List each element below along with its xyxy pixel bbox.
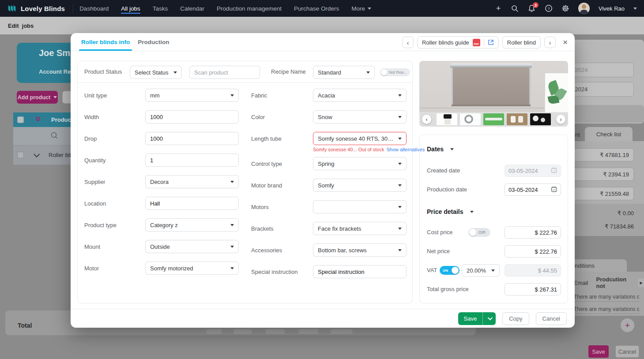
thumbnail-remote[interactable]	[437, 113, 457, 125]
cost-price-field[interactable]: $ 222.76	[505, 226, 561, 239]
background-date-input[interactable]: 9-2024	[565, 82, 634, 97]
user-menu-chevron-icon[interactable]	[633, 7, 637, 10]
nav-item-tasks[interactable]: Tasks	[153, 4, 168, 14]
user-avatar[interactable]	[578, 3, 590, 14]
notes-tab-production[interactable]: Prodcution not	[596, 276, 629, 289]
background-tab-payment-cut[interactable]: nt	[575, 131, 580, 138]
breadcrumb-section[interactable]: Edit	[8, 22, 19, 29]
background-save-button[interactable]: Save	[588, 345, 609, 358]
thumbnail-cable[interactable]	[460, 113, 481, 125]
net-price-field[interactable]: $ 222.76	[505, 245, 561, 258]
notes-tab-email[interactable]: Email	[574, 280, 588, 286]
help-icon[interactable]: ?	[545, 4, 553, 12]
field-label: Brackets	[251, 225, 313, 232]
thumbnail-parts[interactable]	[530, 113, 551, 125]
carousel-prev-button[interactable]: ‹	[422, 115, 431, 124]
select-all-checkbox[interactable]	[17, 116, 24, 123]
field-motors: Motors	[245, 200, 413, 213]
thumb-detail	[464, 115, 473, 123]
carousel-next-button[interactable]: ›	[556, 115, 565, 124]
cancel-button[interactable]: Cancel	[536, 312, 567, 325]
product-form-panel: Product Status Select Status Recipe Name…	[77, 61, 413, 303]
supplier-select[interactable]: Decora	[145, 175, 239, 188]
expand-all-icon[interactable]	[34, 116, 41, 124]
notifications-bell-icon[interactable]: 3	[528, 4, 536, 12]
production-date-field[interactable]: 03-05-2024	[505, 183, 561, 196]
close-icon[interactable]: ×	[563, 38, 568, 46]
thumbnail-brackets[interactable]	[507, 113, 527, 125]
column-search-icon[interactable]	[50, 131, 58, 141]
motors-select[interactable]	[313, 200, 407, 213]
recipe-name-select[interactable]: Standard	[313, 66, 375, 79]
total-gross-price-field[interactable]: $ 267.31	[505, 283, 561, 295]
save-split-button[interactable]: Save	[458, 312, 496, 325]
product-column-header[interactable]: Product	[51, 116, 73, 123]
add-product-button[interactable]: Add product	[17, 91, 58, 104]
add-icon[interactable]: +	[494, 4, 502, 12]
copy-button[interactable]: Copy	[502, 312, 529, 325]
tab-roller-blinds-info[interactable]: Roller blinds info	[77, 33, 134, 51]
nav-item-dashboard[interactable]: Dashboard	[79, 4, 109, 14]
product-type-select[interactable]: Category z	[145, 218, 239, 232]
brand[interactable]: Lovely Blinds	[0, 0, 73, 17]
price-details-section-header[interactable]: Price details	[427, 208, 474, 215]
brackets-select[interactable]: Face fix brackets	[313, 222, 407, 235]
drop-input[interactable]	[145, 132, 239, 145]
motor-select[interactable]: Somfy motorized	[145, 262, 239, 275]
chevron-down-icon	[398, 249, 402, 251]
nav-item-more[interactable]: More	[351, 4, 371, 14]
total-label: Total	[18, 322, 32, 329]
vat-toggle[interactable]: ON	[440, 266, 459, 275]
notes-scroll-right-icon[interactable]: ▶	[638, 278, 644, 287]
background-amount-field[interactable]: ₹ 21559.48	[565, 187, 634, 200]
nav-item-purchase-orders[interactable]: Purchase Orders	[294, 4, 339, 14]
nav-item-all-jobs[interactable]: All jobs	[121, 4, 140, 14]
search-icon[interactable]	[511, 4, 519, 12]
special-instruction-input[interactable]	[313, 265, 407, 278]
nav-item-calendar[interactable]: Calendar	[180, 4, 204, 14]
fabric-select[interactable]: Acacia	[313, 89, 407, 102]
out-of-stock-message: Somfy sonesse 40... Out of stock	[313, 147, 384, 153]
row-expand-chevron-icon[interactable]	[34, 151, 40, 157]
guide-document-button[interactable]: Roller blinds guide PDF	[417, 36, 499, 49]
calendar-icon[interactable]	[551, 186, 557, 194]
cost-override-toggle[interactable]: O/R	[468, 228, 490, 237]
next-document-label: Roller blind	[507, 39, 536, 46]
background-cancel-button[interactable]: Cancel	[615, 345, 639, 358]
quantity-input[interactable]	[145, 153, 239, 167]
product-status-select[interactable]: Select Status	[130, 66, 182, 79]
nav-item-production-management[interactable]: Production management	[217, 4, 282, 14]
save-button[interactable]: Save	[458, 312, 483, 325]
prev-product-button[interactable]: ‹	[402, 37, 414, 48]
field-value: Bottom bar, screws	[318, 247, 367, 254]
thumbnail-tube[interactable]	[483, 113, 504, 125]
background-tab-conditions-cut[interactable]: nditions	[572, 259, 627, 272]
mount-select[interactable]: Outside	[145, 240, 239, 253]
motor-brand-select[interactable]: Somfy	[313, 179, 407, 192]
length-tube-select[interactable]: Somfy sonesse 40 RTS, 30mm t...	[313, 132, 407, 145]
tab-production[interactable]: Production	[134, 33, 173, 51]
field-brackets: Brackets Face fix brackets	[245, 222, 413, 235]
not-ready-toggle[interactable]: Not Rea...	[380, 68, 410, 76]
control-type-select[interactable]: Spring	[313, 157, 407, 170]
created-date-field: 03-05-2024	[505, 165, 561, 177]
settings-gear-icon[interactable]	[561, 4, 569, 12]
save-options-button[interactable]	[482, 312, 496, 325]
dates-section-header[interactable]: Dates	[427, 146, 454, 153]
background-amount-field[interactable]: ₹ 2394.19	[565, 168, 634, 181]
scan-product-input[interactable]	[189, 66, 260, 79]
next-product-button[interactable]: ›	[544, 37, 556, 48]
not-ready-toggle-label: Not Rea...	[389, 70, 407, 75]
color-select[interactable]: Snow	[313, 110, 407, 123]
unit-type-select[interactable]: mm	[145, 89, 239, 102]
open-external-icon[interactable]	[488, 39, 494, 45]
location-input[interactable]	[145, 197, 239, 210]
background-add-button[interactable]: +	[621, 318, 634, 332]
width-input[interactable]	[145, 110, 239, 123]
background-tab-checklist[interactable]: Check list	[585, 127, 633, 141]
vat-percent-select[interactable]: 20.00%	[462, 264, 500, 277]
background-amount-field[interactable]: ₹ 47881.19	[565, 148, 634, 161]
row-checkbox[interactable]	[17, 152, 24, 158]
next-document-button[interactable]: Roller blind	[502, 36, 541, 49]
accessories-select[interactable]: Bottom bar, screws	[313, 243, 407, 257]
